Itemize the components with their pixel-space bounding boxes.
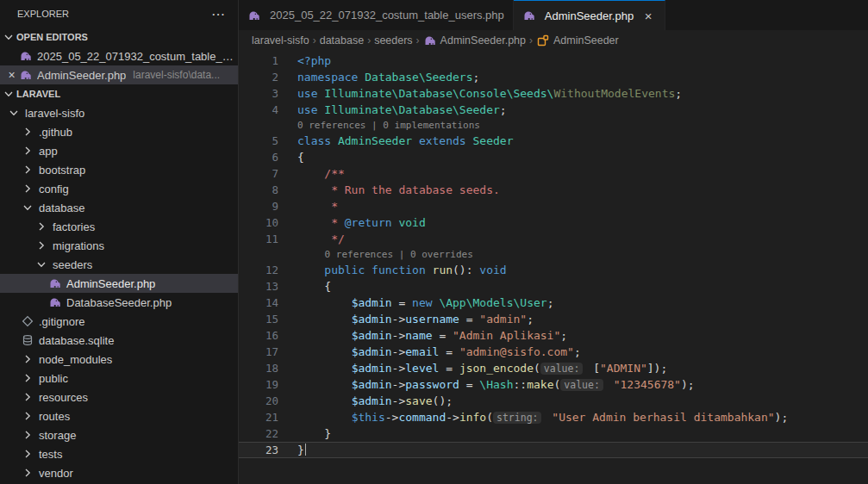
tree-item-laravel-sisfo[interactable]: laravel-sisfo [0, 103, 238, 122]
code-line-5[interactable]: 5class AdminSeeder extends Seeder [239, 133, 868, 149]
line-number[interactable]: 7 [239, 165, 278, 182]
tree-item-database-sqlite[interactable]: database.sqlite [0, 331, 238, 350]
code-line-10[interactable]: 10 * @return void [239, 214, 868, 231]
line-number[interactable]: 18 [239, 360, 278, 376]
tab-label: 2025_05_22_071932_costum_table_users.php [270, 9, 504, 22]
line-number[interactable]: 4 [239, 102, 278, 118]
tree-item-tests[interactable]: tests [0, 444, 238, 463]
line-number[interactable]: 12 [239, 262, 278, 278]
code-line-4[interactable]: 4use Illuminate\Database\Seeder; [239, 102, 868, 118]
tree-item-factories[interactable]: factories [0, 217, 238, 236]
line-number[interactable]: 14 [239, 295, 278, 311]
line-number[interactable]: 10 [239, 214, 278, 231]
code-line-6[interactable]: 6{ [239, 149, 868, 165]
tree-item-label: factories [53, 220, 95, 233]
line-number[interactable]: 9 [239, 198, 278, 214]
tree-item-label: public [39, 372, 68, 385]
breadcrumb-item-database[interactable]: database [320, 34, 364, 47]
breadcrumb-item-adminseeder-php[interactable]: AdminSeeder.php [423, 34, 526, 47]
code-line-21[interactable]: 21 $this->command->info(string: "User Ad… [239, 409, 868, 425]
code-line-11[interactable]: 11 */ [239, 231, 868, 247]
tree-item-database[interactable]: database [0, 198, 238, 217]
breadcrumb-item-laravel-sisfo[interactable]: laravel-sisfo [252, 34, 309, 47]
code-line-23[interactable]: 23} [239, 442, 868, 458]
line-number[interactable]: 15 [239, 311, 278, 327]
chevron-right-icon [21, 125, 34, 139]
code-line-17[interactable]: 17 $admin->email = "admin@sisfo.com"; [239, 344, 868, 360]
tree-item-bootstrap[interactable]: bootstrap [0, 160, 238, 179]
chevron-right-icon [21, 371, 34, 385]
editor-tab-1[interactable]: 2025_05_22_071932_costum_table_users.php [239, 0, 514, 30]
code-line-12[interactable]: 12 public function run(): void [239, 262, 868, 278]
line-number[interactable]: 16 [239, 327, 278, 344]
code-line-7[interactable]: 7 /** [239, 165, 868, 182]
code-line-14[interactable]: 14 $admin = new \App\Models\User; [239, 295, 868, 311]
line-number[interactable]: 6 [239, 149, 278, 165]
line-number[interactable]: 13 [239, 278, 278, 295]
code-editor[interactable]: 1<?php2namespace Database\Seeders;3use I… [239, 51, 868, 484]
code-line-16[interactable]: 16 $admin->name = "Admin Aplikasi"; [239, 327, 868, 344]
tree-item-vendor[interactable]: vendor [0, 463, 238, 482]
line-number[interactable]: 3 [239, 85, 278, 102]
code-line-1[interactable]: 1<?php [239, 53, 868, 69]
tree-item-migrations[interactable]: migrations [0, 236, 238, 255]
line-number[interactable]: 2 [239, 69, 278, 85]
tree-item-adminseeder-php[interactable]: AdminSeeder.php [0, 274, 238, 293]
line-number[interactable]: 19 [239, 376, 278, 393]
tab-bar: 2025_05_22_071932_costum_table_users.php… [239, 0, 868, 30]
line-number[interactable]: 5 [239, 133, 278, 149]
code-line-8[interactable]: 8 * Run the database seeds. [239, 182, 868, 198]
line-number[interactable]: 22 [239, 425, 278, 442]
close-icon[interactable]: × [640, 8, 656, 23]
tree-item-label: laravel-sisfo [25, 107, 84, 120]
tree-item--gitignore[interactable]: .gitignore [0, 312, 238, 331]
tree-item-seeders[interactable]: seeders [0, 255, 238, 274]
code-line-13[interactable]: 13 { [239, 278, 868, 295]
open-editor-item-2[interactable]: ×AdminSeeder.phplaravel-sisfo\data... [0, 65, 238, 84]
line-number[interactable]: 23 [239, 443, 278, 457]
code-line-22[interactable]: 22 } [239, 425, 868, 442]
line-number[interactable]: 8 [239, 182, 278, 198]
line-number[interactable]: 21 [239, 409, 278, 425]
close-icon[interactable]: × [4, 68, 19, 82]
tree-item--github[interactable]: .github [0, 122, 238, 141]
breadcrumb-item-adminseeder[interactable]: AdminSeeder [536, 34, 619, 47]
tab-label: AdminSeeder.php [545, 9, 634, 22]
tree-item-databaseseeder-php[interactable]: DatabaseSeeder.php [0, 293, 238, 312]
code-line-15[interactable]: 15 $admin->username = "admin"; [239, 311, 868, 327]
code-line-20[interactable]: 20 $admin->save(); [239, 393, 868, 409]
more-actions-icon[interactable]: ⋯ [211, 6, 226, 22]
codelens-link[interactable]: 0 references | 0 implementations [278, 118, 480, 133]
workspace-section-header[interactable]: LARAVEL [0, 84, 238, 103]
breadcrumb: laravel-sisfo›database›seeders›AdminSeed… [239, 30, 868, 51]
tree-item-label: vendor [39, 467, 73, 480]
tree-item-routes[interactable]: routes [0, 406, 238, 425]
explorer-header: EXPLORER ⋯ [0, 0, 238, 28]
code-line-9[interactable]: 9 * [239, 198, 868, 214]
open-editor-item-1[interactable]: 2025_05_22_071932_costum_table_users.php [0, 47, 238, 65]
tree-item-label: node_modules [39, 353, 112, 366]
editor-group: 2025_05_22_071932_costum_table_users.php… [239, 0, 868, 484]
tree-item-resources[interactable]: resources [0, 388, 238, 406]
code-line-3[interactable]: 3use Illuminate\Database\Console\Seeds\W… [239, 85, 868, 102]
breadcrumb-item-seeders[interactable]: seeders [374, 34, 412, 47]
code-line-2[interactable]: 2namespace Database\Seeders; [239, 69, 868, 85]
php-file-icon [247, 9, 261, 22]
line-number[interactable]: 20 [239, 393, 278, 409]
open-editors-section-header[interactable]: OPEN EDITORS [0, 28, 238, 47]
editor-tab-2[interactable]: AdminSeeder.php× [514, 0, 665, 30]
line-number[interactable]: 1 [239, 53, 278, 69]
line-number[interactable]: 11 [239, 231, 278, 247]
codelens-link[interactable]: 0 references | 0 overrides [306, 247, 473, 262]
tree-item-storage[interactable]: storage [0, 425, 238, 444]
code-line-18[interactable]: 18 $admin->level = json_encode(value: ["… [239, 360, 868, 376]
tree-item-app[interactable]: app [0, 141, 238, 160]
tree-item-config[interactable]: config [0, 179, 238, 198]
tree-item-label: .gitignore [39, 315, 84, 328]
php-icon [19, 68, 33, 82]
line-number[interactable]: 17 [239, 344, 278, 360]
chevron-right-icon [21, 390, 34, 404]
code-line-19[interactable]: 19 $admin->password = \Hash::make(value:… [239, 376, 868, 393]
tree-item-public[interactable]: public [0, 369, 238, 388]
tree-item-node-modules[interactable]: node_modules [0, 350, 238, 369]
